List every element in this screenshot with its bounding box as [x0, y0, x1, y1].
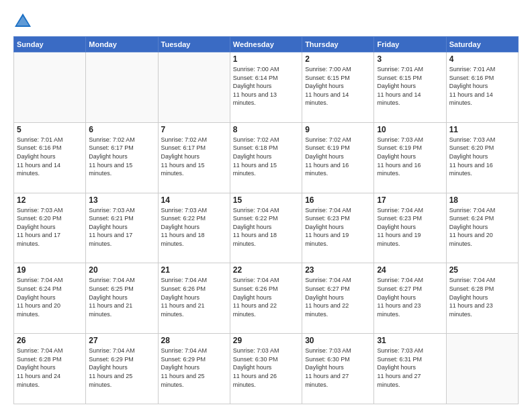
day-number: 10: [377, 125, 443, 134]
day-cell: 8 Sunrise: 7:02 AM Sunset: 6:18 PM Dayli…: [230, 122, 302, 193]
weekday-thursday: Thursday: [302, 37, 374, 52]
day-cell: 26 Sunrise: 7:04 AM Sunset: 6:28 PM Dayl…: [14, 334, 86, 404]
day-cell: 10 Sunrise: 7:03 AM Sunset: 6:19 PM Dayl…: [374, 122, 446, 193]
page: SundayMondayTuesdayWednesdayThursdayFrid…: [0, 0, 532, 411]
day-cell: 3 Sunrise: 7:01 AM Sunset: 6:15 PM Dayli…: [374, 52, 446, 123]
day-number: 2: [305, 54, 371, 64]
day-number: 15: [233, 195, 299, 205]
day-info: Sunrise: 7:03 AM Sunset: 6:20 PM Dayligh…: [17, 206, 83, 248]
day-info: Sunrise: 7:01 AM Sunset: 6:16 PM Dayligh…: [449, 65, 515, 107]
day-cell: 13 Sunrise: 7:03 AM Sunset: 6:21 PM Dayl…: [86, 193, 158, 263]
day-info: Sunrise: 7:04 AM Sunset: 6:25 PM Dayligh…: [89, 276, 154, 318]
day-info: Sunrise: 7:02 AM Sunset: 6:17 PM Dayligh…: [161, 136, 227, 178]
day-info: Sunrise: 7:03 AM Sunset: 6:30 PM Dayligh…: [305, 347, 371, 389]
day-cell: 12 Sunrise: 7:03 AM Sunset: 6:20 PM Dayl…: [14, 193, 86, 263]
day-info: Sunrise: 7:04 AM Sunset: 6:24 PM Dayligh…: [449, 206, 515, 248]
day-cell: 11 Sunrise: 7:03 AM Sunset: 6:20 PM Dayl…: [446, 122, 518, 193]
day-info: Sunrise: 7:04 AM Sunset: 6:28 PM Dayligh…: [17, 347, 83, 389]
day-cell: 2 Sunrise: 7:00 AM Sunset: 6:15 PM Dayli…: [302, 52, 374, 123]
day-cell: 5 Sunrise: 7:01 AM Sunset: 6:16 PM Dayli…: [14, 122, 86, 193]
day-cell: 25 Sunrise: 7:04 AM Sunset: 6:28 PM Dayl…: [446, 263, 518, 334]
day-info: Sunrise: 7:04 AM Sunset: 6:26 PM Dayligh…: [161, 276, 227, 318]
day-cell: 27 Sunrise: 7:04 AM Sunset: 6:29 PM Dayl…: [86, 334, 158, 404]
day-info: Sunrise: 7:03 AM Sunset: 6:20 PM Dayligh…: [449, 136, 515, 178]
day-info: Sunrise: 7:04 AM Sunset: 6:22 PM Dayligh…: [233, 206, 299, 248]
day-cell: 15 Sunrise: 7:04 AM Sunset: 6:22 PM Dayl…: [230, 193, 302, 263]
day-info: Sunrise: 7:01 AM Sunset: 6:16 PM Dayligh…: [17, 136, 83, 178]
day-info: Sunrise: 7:04 AM Sunset: 6:23 PM Dayligh…: [377, 206, 443, 248]
weekday-sunday: Sunday: [14, 37, 86, 52]
day-number: 29: [233, 336, 299, 345]
day-info: Sunrise: 7:02 AM Sunset: 6:17 PM Dayligh…: [89, 136, 154, 178]
day-number: 9: [305, 125, 371, 134]
day-cell: 23 Sunrise: 7:04 AM Sunset: 6:27 PM Dayl…: [302, 263, 374, 334]
day-info: Sunrise: 7:04 AM Sunset: 6:28 PM Dayligh…: [449, 276, 515, 318]
day-info: Sunrise: 7:03 AM Sunset: 6:31 PM Dayligh…: [377, 347, 443, 389]
day-cell: 19 Sunrise: 7:04 AM Sunset: 6:24 PM Dayl…: [14, 263, 86, 334]
day-number: 27: [89, 336, 154, 345]
day-info: Sunrise: 7:00 AM Sunset: 6:14 PM Dayligh…: [233, 65, 299, 107]
day-cell: 20 Sunrise: 7:04 AM Sunset: 6:25 PM Dayl…: [86, 263, 158, 334]
week-row-3: 12 Sunrise: 7:03 AM Sunset: 6:20 PM Dayl…: [14, 193, 519, 263]
day-info: Sunrise: 7:02 AM Sunset: 6:18 PM Dayligh…: [233, 136, 299, 178]
day-cell: [14, 52, 86, 123]
header: [13, 12, 519, 31]
day-number: 23: [305, 265, 371, 275]
day-cell: 31 Sunrise: 7:03 AM Sunset: 6:31 PM Dayl…: [374, 334, 446, 404]
day-info: Sunrise: 7:04 AM Sunset: 6:29 PM Dayligh…: [161, 347, 227, 389]
week-row-4: 19 Sunrise: 7:04 AM Sunset: 6:24 PM Dayl…: [14, 263, 519, 334]
day-cell: [446, 334, 518, 404]
day-cell: 9 Sunrise: 7:02 AM Sunset: 6:19 PM Dayli…: [302, 122, 374, 193]
day-info: Sunrise: 7:04 AM Sunset: 6:27 PM Dayligh…: [377, 276, 443, 318]
week-row-2: 5 Sunrise: 7:01 AM Sunset: 6:16 PM Dayli…: [14, 122, 519, 193]
day-number: 18: [449, 195, 515, 205]
day-cell: 4 Sunrise: 7:01 AM Sunset: 6:16 PM Dayli…: [446, 52, 518, 123]
day-number: 22: [233, 265, 299, 275]
day-cell: 16 Sunrise: 7:04 AM Sunset: 6:23 PM Dayl…: [302, 193, 374, 263]
day-number: 4: [449, 54, 515, 64]
day-cell: 6 Sunrise: 7:02 AM Sunset: 6:17 PM Dayli…: [86, 122, 158, 193]
day-info: Sunrise: 7:04 AM Sunset: 6:26 PM Dayligh…: [233, 276, 299, 318]
day-info: Sunrise: 7:03 AM Sunset: 6:30 PM Dayligh…: [233, 347, 299, 389]
day-cell: 1 Sunrise: 7:00 AM Sunset: 6:14 PM Dayli…: [230, 52, 302, 123]
day-number: 25: [449, 265, 515, 275]
day-info: Sunrise: 7:03 AM Sunset: 6:22 PM Dayligh…: [161, 206, 227, 248]
day-cell: 30 Sunrise: 7:03 AM Sunset: 6:30 PM Dayl…: [302, 334, 374, 404]
day-info: Sunrise: 7:04 AM Sunset: 6:23 PM Dayligh…: [305, 206, 371, 248]
day-number: 6: [89, 125, 154, 134]
weekday-wednesday: Wednesday: [230, 37, 302, 52]
day-cell: 14 Sunrise: 7:03 AM Sunset: 6:22 PM Dayl…: [158, 193, 230, 263]
day-number: 8: [233, 125, 299, 134]
day-cell: 21 Sunrise: 7:04 AM Sunset: 6:26 PM Dayl…: [158, 263, 230, 334]
day-info: Sunrise: 7:01 AM Sunset: 6:15 PM Dayligh…: [377, 65, 443, 107]
day-info: Sunrise: 7:04 AM Sunset: 6:29 PM Dayligh…: [89, 347, 154, 389]
day-number: 11: [449, 125, 515, 134]
day-info: Sunrise: 7:00 AM Sunset: 6:15 PM Dayligh…: [305, 65, 371, 107]
day-cell: [158, 52, 230, 123]
day-number: 7: [161, 125, 227, 134]
day-number: 19: [17, 265, 83, 275]
day-number: 26: [17, 336, 83, 345]
day-cell: 24 Sunrise: 7:04 AM Sunset: 6:27 PM Dayl…: [374, 263, 446, 334]
day-number: 13: [89, 195, 154, 205]
week-row-1: 1 Sunrise: 7:00 AM Sunset: 6:14 PM Dayli…: [14, 52, 519, 123]
day-number: 3: [377, 54, 443, 64]
day-cell: 18 Sunrise: 7:04 AM Sunset: 6:24 PM Dayl…: [446, 193, 518, 263]
day-number: 30: [305, 336, 371, 345]
day-cell: 28 Sunrise: 7:04 AM Sunset: 6:29 PM Dayl…: [158, 334, 230, 404]
day-number: 21: [161, 265, 227, 275]
day-info: Sunrise: 7:03 AM Sunset: 6:19 PM Dayligh…: [377, 136, 443, 178]
day-info: Sunrise: 7:04 AM Sunset: 6:24 PM Dayligh…: [17, 276, 83, 318]
day-number: 28: [161, 336, 227, 345]
day-number: 31: [377, 336, 443, 345]
week-row-5: 26 Sunrise: 7:04 AM Sunset: 6:28 PM Dayl…: [14, 334, 519, 404]
day-cell: 29 Sunrise: 7:03 AM Sunset: 6:30 PM Dayl…: [230, 334, 302, 404]
logo-icon: [13, 12, 32, 31]
day-number: 14: [161, 195, 227, 205]
weekday-friday: Friday: [374, 37, 446, 52]
day-info: Sunrise: 7:02 AM Sunset: 6:19 PM Dayligh…: [305, 136, 371, 178]
day-cell: 7 Sunrise: 7:02 AM Sunset: 6:17 PM Dayli…: [158, 122, 230, 193]
weekday-monday: Monday: [86, 37, 158, 52]
day-info: Sunrise: 7:04 AM Sunset: 6:27 PM Dayligh…: [305, 276, 371, 318]
day-cell: 17 Sunrise: 7:04 AM Sunset: 6:23 PM Dayl…: [374, 193, 446, 263]
